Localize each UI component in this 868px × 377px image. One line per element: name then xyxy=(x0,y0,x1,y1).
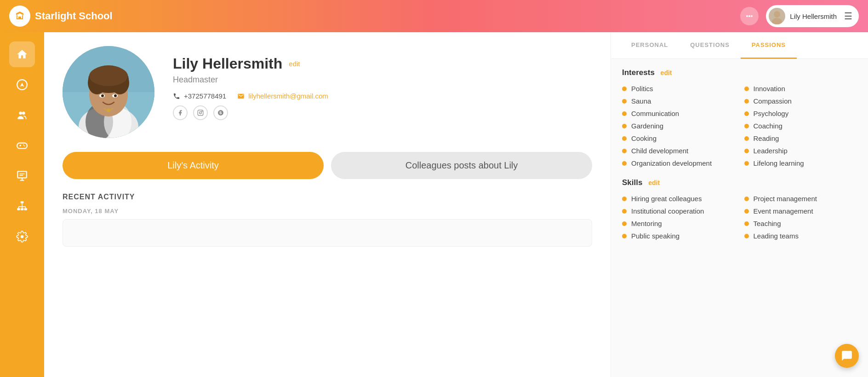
interest-innovation: Innovation xyxy=(744,85,857,93)
main-layout: Lily Hellersmith edit Headmaster +372577… xyxy=(0,32,868,377)
svg-rect-0 xyxy=(18,17,21,19)
dot-icon xyxy=(622,111,627,116)
lily-activity-button[interactable]: Lily's Activity xyxy=(63,152,324,179)
interests-edit-link[interactable]: edit xyxy=(661,69,672,76)
profile-section: Lily Hellersmith edit Headmaster +372577… xyxy=(63,46,592,138)
app-header: Starlight School Lily Hellersmith ☰ xyxy=(0,0,868,32)
social-row xyxy=(173,105,592,120)
interest-communication: Communication xyxy=(622,110,735,117)
sidebar-item-games[interactable] xyxy=(9,133,35,158)
profile-name: Lily Hellersmith xyxy=(173,55,282,72)
skill-institutional: Institutional cooperation xyxy=(622,207,735,215)
user-name: Lily Hellersmith xyxy=(790,12,837,20)
tab-personal[interactable]: PERSONAL xyxy=(620,32,679,59)
dot-icon xyxy=(622,209,627,214)
skill-label: Teaching xyxy=(754,220,781,227)
svg-rect-22 xyxy=(24,208,27,210)
interest-child-development: Child development xyxy=(622,147,735,155)
dot-icon xyxy=(622,197,627,201)
dot-icon xyxy=(744,87,749,91)
interest-label: Child development xyxy=(631,147,688,155)
profile-title: Headmaster xyxy=(173,75,592,85)
sidebar-item-org[interactable] xyxy=(9,193,35,219)
app-title: Starlight School xyxy=(35,10,113,22)
skills-grid: Hiring great colleagues Project manageme… xyxy=(622,195,857,240)
logo-area[interactable]: Starlight School xyxy=(9,6,113,27)
email-address[interactable]: lilyhellersmith@gmail.com xyxy=(248,92,328,100)
skill-project-mgmt: Project management xyxy=(744,195,857,203)
interest-sauna: Sauna xyxy=(622,97,735,105)
interest-label: Leadership xyxy=(754,147,788,155)
dot-icon xyxy=(744,99,749,104)
skill-label: Event management xyxy=(754,207,813,215)
activity-buttons: Lily's Activity Colleagues posts about L… xyxy=(63,152,592,179)
chat-button[interactable] xyxy=(835,344,859,368)
dot-icon xyxy=(622,161,627,166)
user-avatar-small xyxy=(769,8,785,24)
dot-icon xyxy=(622,149,627,153)
skill-public-speaking: Public speaking xyxy=(622,232,735,240)
interest-label: Compassion xyxy=(754,97,792,105)
activity-input-area[interactable] xyxy=(63,219,592,247)
tab-questions[interactable]: QUESTIONS xyxy=(679,32,741,59)
interest-politics: Politics xyxy=(622,85,735,93)
interests-grid: Politics Innovation Sauna Compassion Com… xyxy=(622,85,857,167)
svg-point-5 xyxy=(772,18,782,24)
interest-label: Reading xyxy=(754,134,779,142)
sidebar-item-people[interactable] xyxy=(9,102,35,128)
more-options-button[interactable] xyxy=(740,7,759,25)
sidebar-item-settings[interactable] xyxy=(9,224,35,249)
interest-lifelong-learning: Lifelong learning xyxy=(744,159,857,167)
sidebar-item-presentations[interactable] xyxy=(9,163,35,189)
hamburger-icon[interactable]: ☰ xyxy=(844,11,852,22)
svg-rect-14 xyxy=(17,171,27,178)
skills-edit-link[interactable]: edit xyxy=(648,179,660,186)
interest-psychology: Psychology xyxy=(744,110,857,117)
tab-passions[interactable]: PASSIONS xyxy=(741,32,797,59)
skype-icon[interactable] xyxy=(213,105,228,120)
skill-teaching: Teaching xyxy=(744,220,857,227)
profile-edit-link[interactable]: edit xyxy=(289,60,300,68)
dot-icon xyxy=(744,234,749,238)
dot-icon xyxy=(744,124,749,128)
dot-icon xyxy=(744,221,749,226)
sidebar-item-home[interactable] xyxy=(9,41,35,67)
profile-info: Lily Hellersmith edit Headmaster +372577… xyxy=(173,46,592,120)
facebook-icon[interactable] xyxy=(173,105,188,120)
dot-icon xyxy=(622,124,627,128)
logo-icon xyxy=(9,6,30,27)
skill-label: Project management xyxy=(754,195,817,203)
skill-label: Hiring great colleagues xyxy=(631,195,702,203)
svg-point-1 xyxy=(746,15,748,17)
email-item: lilyhellersmith@gmail.com xyxy=(237,92,328,100)
svg-point-8 xyxy=(22,111,25,115)
svg-point-47 xyxy=(202,111,202,111)
dot-icon xyxy=(622,87,627,91)
interest-label: Coaching xyxy=(754,122,782,130)
recent-activity-title: RECENT ACTIVITY xyxy=(63,193,592,201)
user-menu[interactable]: Lily Hellersmith ☰ xyxy=(766,5,859,27)
interest-label: Organization development xyxy=(631,159,712,167)
svg-point-12 xyxy=(23,145,24,145)
interest-label: Communication xyxy=(631,110,679,117)
instagram-icon[interactable] xyxy=(193,105,208,120)
skill-event-mgmt: Event management xyxy=(744,207,857,215)
contact-row: +3725778491 lilyhellersmith@gmail.com xyxy=(173,92,592,100)
sidebar xyxy=(0,32,44,377)
interest-leadership: Leadership xyxy=(744,147,857,155)
interest-cooking: Cooking xyxy=(622,134,735,142)
svg-point-28 xyxy=(21,235,24,238)
passions-content: Interests edit Politics Innovation Sauna xyxy=(611,59,868,260)
interest-org-development: Organization development xyxy=(622,159,735,167)
interest-label: Politics xyxy=(631,85,653,93)
header-right: Lily Hellersmith ☰ xyxy=(740,5,859,27)
colleagues-posts-button[interactable]: Colleagues posts about Lily xyxy=(331,152,592,179)
svg-rect-9 xyxy=(17,143,27,149)
sidebar-item-navigate[interactable] xyxy=(9,72,35,98)
skill-hiring: Hiring great colleagues xyxy=(622,195,735,203)
interest-reading: Reading xyxy=(744,134,857,142)
interest-label: Gardening xyxy=(631,122,663,130)
interest-coaching: Coaching xyxy=(744,122,857,130)
svg-point-3 xyxy=(751,15,753,17)
dot-icon xyxy=(622,99,627,104)
